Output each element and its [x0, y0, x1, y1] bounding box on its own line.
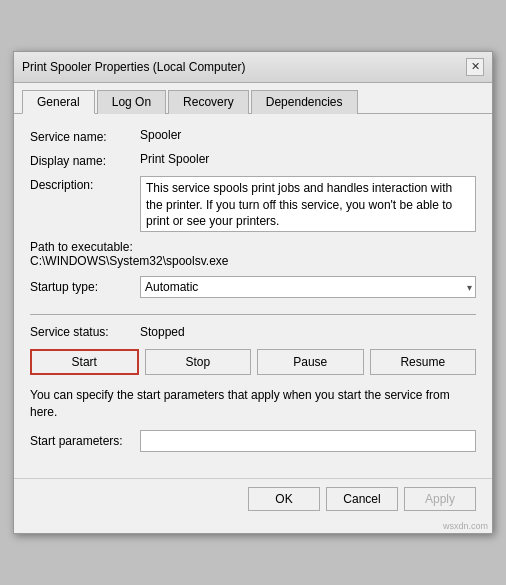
startup-type-row: Startup type: Automatic Automatic (Delay…: [30, 276, 476, 298]
content-area: Service name: Spooler Display name: Prin…: [14, 114, 492, 479]
status-label: Service status:: [30, 325, 140, 339]
display-name-value: Print Spooler: [140, 152, 209, 166]
status-value: Stopped: [140, 325, 185, 339]
bottom-buttons-bar: OK Cancel Apply: [14, 478, 492, 521]
close-button[interactable]: ✕: [466, 58, 484, 76]
service-name-label: Service name:: [30, 128, 140, 144]
start-params-label: Start parameters:: [30, 434, 140, 448]
path-value: C:\WINDOWS\System32\spoolsv.exe: [30, 254, 476, 268]
display-name-row: Display name: Print Spooler: [30, 152, 476, 168]
tab-dependencies[interactable]: Dependencies: [251, 90, 358, 114]
divider: [30, 314, 476, 315]
watermark: wsxdn.com: [14, 521, 492, 533]
hint-text: You can specify the start parameters tha…: [30, 387, 476, 421]
path-label: Path to executable:: [30, 240, 476, 254]
startup-type-select-wrapper: Automatic Automatic (Delayed Start) Manu…: [140, 276, 476, 298]
stop-button[interactable]: Stop: [145, 349, 252, 375]
description-box[interactable]: This service spools print jobs and handl…: [140, 176, 476, 232]
service-control-buttons: Start Stop Pause Resume: [30, 349, 476, 375]
title-bar: Print Spooler Properties (Local Computer…: [14, 52, 492, 83]
tab-recovery[interactable]: Recovery: [168, 90, 249, 114]
start-params-row: Start parameters:: [30, 430, 476, 452]
cancel-button[interactable]: Cancel: [326, 487, 398, 511]
start-params-input[interactable]: [140, 430, 476, 452]
service-name-row: Service name: Spooler: [30, 128, 476, 144]
startup-type-select[interactable]: Automatic Automatic (Delayed Start) Manu…: [140, 276, 476, 298]
service-name-value: Spooler: [140, 128, 181, 142]
start-button[interactable]: Start: [30, 349, 139, 375]
startup-type-label: Startup type:: [30, 280, 140, 294]
description-row: Description: This service spools print j…: [30, 176, 476, 232]
status-row: Service status: Stopped: [30, 325, 476, 339]
display-name-label: Display name:: [30, 152, 140, 168]
pause-button[interactable]: Pause: [257, 349, 364, 375]
resume-button[interactable]: Resume: [370, 349, 477, 375]
window-title: Print Spooler Properties (Local Computer…: [22, 60, 245, 74]
tab-general[interactable]: General: [22, 90, 95, 114]
tab-logon[interactable]: Log On: [97, 90, 166, 114]
path-section: Path to executable: C:\WINDOWS\System32\…: [30, 240, 476, 268]
description-label: Description:: [30, 176, 140, 192]
tab-bar: General Log On Recovery Dependencies: [14, 83, 492, 114]
main-window: Print Spooler Properties (Local Computer…: [13, 51, 493, 535]
apply-button[interactable]: Apply: [404, 487, 476, 511]
ok-button[interactable]: OK: [248, 487, 320, 511]
